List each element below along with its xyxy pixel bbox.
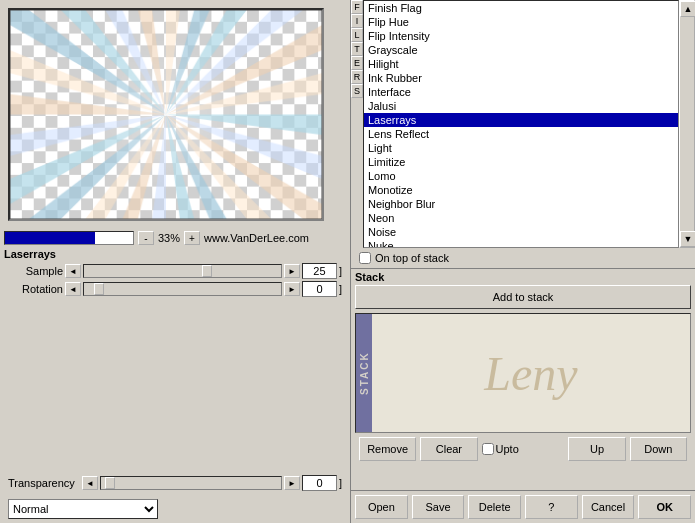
bottom-buttons: Open Save Delete ? Cancel OK <box>351 490 695 523</box>
effect-item[interactable]: Nuke <box>364 239 678 248</box>
transparency-thumb[interactable] <box>105 477 115 489</box>
effect-item[interactable]: Laserrays <box>364 113 678 127</box>
stack-display: STACK Leny <box>355 313 691 433</box>
stack-section: Stack Add to stack STACK Leny Remove Cle… <box>351 268 695 467</box>
effect-item[interactable]: Neon <box>364 211 678 225</box>
slider-thumb-0[interactable] <box>202 265 212 277</box>
effect-name-label: Laserrays <box>0 247 350 261</box>
effect-list-container: FILTERS Finish FlagFlip HueFlip Intensit… <box>351 0 695 248</box>
slider-track-1[interactable] <box>83 282 282 296</box>
sliders-section: Sample ◄ ► ] Rotation ◄ ► ] <box>0 261 350 301</box>
transparency-label: Transparency <box>8 477 80 489</box>
scroll-down-btn[interactable]: ▼ <box>680 231 695 247</box>
question-button[interactable]: ? <box>525 495 578 519</box>
open-button[interactable]: Open <box>355 495 408 519</box>
slider-track-0[interactable] <box>83 264 282 278</box>
transparency-left-btn[interactable]: ◄ <box>82 476 98 490</box>
effect-item[interactable]: Flip Intensity <box>364 29 678 43</box>
preview-area <box>8 8 324 221</box>
ontop-checkbox[interactable] <box>359 252 371 264</box>
letter-tab-E[interactable]: E <box>351 56 363 70</box>
stack-side-label: STACK <box>356 314 372 432</box>
ok-button[interactable]: OK <box>638 495 691 519</box>
remove-button[interactable]: Remove <box>359 437 416 461</box>
transparency-track[interactable] <box>100 476 282 490</box>
slider-bracket-1: ] <box>339 283 342 295</box>
progress-section: - 33% + www.VanDerLee.com <box>0 229 350 247</box>
upto-label: Upto <box>496 443 519 455</box>
save-button[interactable]: Save <box>412 495 465 519</box>
progress-url: www.VanDerLee.com <box>204 232 309 244</box>
progress-bar-container <box>4 231 134 245</box>
lower-spacer <box>0 301 350 471</box>
effect-item[interactable]: Finish Flag <box>364 1 678 15</box>
slider-label-1: Rotation <box>8 283 63 295</box>
stack-actions: Remove Clear Upto Up Down <box>355 433 691 465</box>
slider-label-0: Sample <box>8 265 63 277</box>
upto-section: Upto <box>482 437 565 461</box>
slider-row-1: Rotation ◄ ► ] <box>8 281 342 297</box>
effect-item[interactable]: Grayscale <box>364 43 678 57</box>
blend-mode-select[interactable]: NormalMultiplyScreenOverlayDarkenLighten <box>8 499 158 519</box>
effect-item[interactable]: Light <box>364 141 678 155</box>
slider-value-1[interactable] <box>302 281 337 297</box>
effect-item[interactable]: Neighbor Blur <box>364 197 678 211</box>
effect-item[interactable]: Ink Rubber <box>364 71 678 85</box>
stack-overlay-text: Leny <box>484 346 577 401</box>
slider-row-0: Sample ◄ ► ] <box>8 263 342 279</box>
effect-item[interactable]: Interface <box>364 85 678 99</box>
down-button[interactable]: Down <box>630 437 687 461</box>
transparency-value[interactable] <box>302 475 337 491</box>
slider-right-btn-1[interactable]: ► <box>284 282 300 296</box>
letter-tab-L[interactable]: L <box>351 28 363 42</box>
effect-item[interactable]: Hilight <box>364 57 678 71</box>
progress-step-plus[interactable]: + <box>184 231 200 245</box>
transparency-bracket: ] <box>339 477 342 489</box>
transparency-right-btn[interactable]: ► <box>284 476 300 490</box>
ontop-row: On top of stack <box>351 248 695 268</box>
stack-content: Leny <box>372 314 690 432</box>
letter-tab-R[interactable]: R <box>351 70 363 84</box>
transparency-section: Transparency ◄ ► ] <box>0 471 350 495</box>
slider-value-0[interactable] <box>302 263 337 279</box>
effect-item[interactable]: Lens Reflect <box>364 127 678 141</box>
slider-thumb-1[interactable] <box>94 283 104 295</box>
cancel-button[interactable]: Cancel <box>582 495 635 519</box>
add-to-stack-button[interactable]: Add to stack <box>355 285 691 309</box>
effect-item[interactable]: Jalusi <box>364 99 678 113</box>
effect-scrollbar: ▲ ▼ <box>679 0 695 248</box>
blend-mode-section: NormalMultiplyScreenOverlayDarkenLighten <box>0 497 350 523</box>
scroll-thumb-area <box>680 17 694 231</box>
delete-button[interactable]: Delete <box>468 495 521 519</box>
right-panel: FILTERS Finish FlagFlip HueFlip Intensit… <box>350 0 695 523</box>
effect-item[interactable]: Lomo <box>364 169 678 183</box>
progress-bar-fill <box>5 232 95 244</box>
clear-button[interactable]: Clear <box>420 437 477 461</box>
slider-right-btn-0[interactable]: ► <box>284 264 300 278</box>
progress-value: 33% <box>158 232 180 244</box>
upto-checkbox[interactable] <box>482 443 494 455</box>
slider-bracket-0: ] <box>339 265 342 277</box>
progress-step-minus[interactable]: - <box>138 231 154 245</box>
letter-tab-F[interactable]: F <box>351 0 363 14</box>
slider-left-btn-1[interactable]: ◄ <box>65 282 81 296</box>
letter-tab-I[interactable]: I <box>351 14 363 28</box>
left-panel: - 33% + www.VanDerLee.com Laserrays Samp… <box>0 0 350 523</box>
stack-section-label: Stack <box>355 271 691 283</box>
effect-item[interactable]: Flip Hue <box>364 15 678 29</box>
effect-listbox[interactable]: Finish FlagFlip HueFlip IntensityGraysca… <box>363 0 679 248</box>
effect-item[interactable]: Limitize <box>364 155 678 169</box>
ontop-label: On top of stack <box>375 252 449 264</box>
scroll-up-btn[interactable]: ▲ <box>680 1 695 17</box>
up-button[interactable]: Up <box>568 437 625 461</box>
effect-item[interactable]: Monotize <box>364 183 678 197</box>
letter-tab-S[interactable]: S <box>351 84 363 98</box>
slider-left-btn-0[interactable]: ◄ <box>65 264 81 278</box>
preview-canvas <box>10 10 322 219</box>
effect-item[interactable]: Noise <box>364 225 678 239</box>
letter-tab-T[interactable]: T <box>351 42 363 56</box>
letter-tabs: FILTERS <box>351 0 363 248</box>
